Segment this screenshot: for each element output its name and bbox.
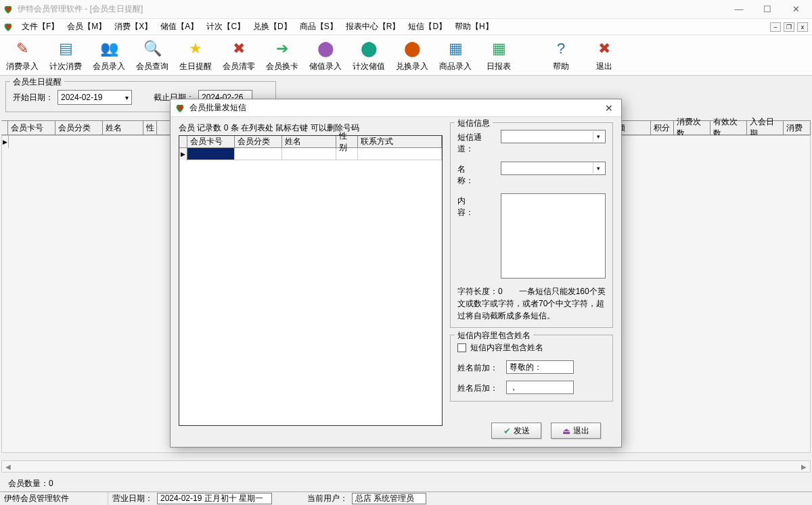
- toolbar-btn-13[interactable]: ✖退出: [586, 38, 623, 72]
- scroll-right-icon[interactable]: ▶: [798, 461, 810, 472]
- sms-name-label: 名 称：: [457, 162, 495, 187]
- name-prefix-label: 姓名前加：: [457, 360, 501, 374]
- toolbar-icon: ✖: [228, 38, 250, 59]
- window-title: 伊特会员管理软件 - [会员生日提醒]: [18, 3, 725, 15]
- bulk-sms-dialog: 会员批量发短信 ✕ 会员 记录数 0 条 在列表处 鼠标右键 可以删除号码 会员…: [170, 99, 622, 448]
- name-suffix-label: 姓名后加：: [457, 381, 501, 394]
- toolbar-icon: ✎: [12, 38, 33, 59]
- member-list-table[interactable]: 会员卡号 会员分类 姓名 性别 联系方式 ▶: [179, 135, 443, 426]
- toolbar-icon: ★: [185, 38, 206, 59]
- toolbar-icon: ▦: [445, 38, 466, 59]
- toolbar-icon: ⬤: [358, 38, 380, 59]
- titlebar: 伊特会员管理软件 - [会员生日提醒] — ☐ ✕: [0, 0, 812, 19]
- status-app-name: 伊特会员管理软件: [0, 492, 108, 505]
- filter-legend: 会员生日提醒: [10, 76, 64, 88]
- toolbar-icon: 🔍: [141, 38, 163, 59]
- toolbar-btn-1[interactable]: ▤计次消费: [47, 38, 84, 72]
- toolbar-icon: ⬤: [401, 38, 423, 59]
- sms-content-label: 内 容：: [457, 193, 495, 218]
- dialog-icon: [175, 103, 185, 114]
- menu-file[interactable]: 文件【F】: [18, 20, 63, 34]
- menubar: 文件【F】 会员【M】 消费【X】 储值【A】 计次【C】 兑换【D】 商品【S…: [0, 19, 812, 35]
- menu-exchange[interactable]: 兑换【D】: [249, 20, 296, 34]
- toolbar-btn-0[interactable]: ✎消费录入: [4, 38, 41, 72]
- toolbar-btn-2[interactable]: 👥会员录入: [91, 38, 127, 72]
- horizontal-scrollbar[interactable]: ◀ ▶: [1, 460, 811, 473]
- check-icon: ✔: [503, 426, 511, 436]
- include-name-checkbox[interactable]: [457, 343, 466, 352]
- send-button[interactable]: ✔发送: [491, 423, 541, 439]
- exit-button[interactable]: ⏏退出: [551, 423, 601, 439]
- menu-store[interactable]: 储值【A】: [156, 20, 202, 34]
- close-button[interactable]: ✕: [782, 2, 809, 17]
- toolbar-icon: ?: [550, 38, 572, 59]
- row-indicator-icon: ▶: [2, 136, 9, 148]
- toolbar-btn-11[interactable]: ▦日报表: [480, 38, 517, 72]
- menu-consume[interactable]: 消费【X】: [110, 20, 156, 34]
- chevron-down-icon: ▾: [125, 94, 129, 101]
- status-user-label: 当前用户：: [303, 492, 352, 505]
- menu-member[interactable]: 会员【M】: [63, 20, 110, 34]
- toolbar-btn-12[interactable]: ?帮助: [543, 38, 579, 72]
- sms-content-textarea[interactable]: [501, 193, 606, 279]
- sms-info-panel: 短信信息 短信通道： ▾ 名 称： ▾ 内 容： 字符长度：0 一条短信只能发1…: [450, 122, 613, 328]
- sms-channel-label: 短信通道：: [457, 130, 495, 155]
- name-prefix-input[interactable]: 尊敬的：: [506, 360, 574, 374]
- toolbar-btn-3[interactable]: 🔍会员查询: [134, 38, 171, 72]
- toolbar-btn-5[interactable]: ✖会员清零: [221, 38, 257, 72]
- scroll-left-icon[interactable]: ◀: [2, 461, 14, 472]
- status-bar: 伊特会员管理软件 营业日期： 2024-02-19 正月初十 星期一 当前用户：…: [0, 491, 812, 505]
- start-date-label: 开始日期：: [13, 92, 53, 103]
- menu-count[interactable]: 计次【C】: [202, 20, 249, 34]
- chevron-down-icon: ▾: [593, 163, 604, 174]
- toolbar-icon: ⬤: [315, 38, 336, 59]
- toolbar-btn-8[interactable]: ⬤计次储值: [351, 38, 387, 72]
- toolbar-btn-9[interactable]: ⬤兑换录入: [394, 38, 430, 72]
- mdi-close[interactable]: x: [797, 22, 808, 32]
- toolbar-icon: ▦: [488, 38, 510, 59]
- member-list-hint: 会员 记录数 0 条 在列表处 鼠标右键 可以删除号码: [179, 122, 443, 134]
- chevron-down-icon: ▾: [593, 131, 604, 142]
- member-count-bar: 会员数量：0: [3, 477, 809, 490]
- mdi-restore[interactable]: ❐: [784, 22, 794, 32]
- toolbar-btn-6[interactable]: ➔会员换卡: [264, 38, 300, 72]
- status-biz-date-label: 营业日期：: [108, 492, 157, 505]
- row-pointer-icon: ▶: [179, 148, 187, 160]
- include-name-label: 短信内容里包含姓名: [470, 342, 543, 354]
- table-row[interactable]: ▶: [179, 148, 442, 160]
- menu-product[interactable]: 商品【S】: [296, 20, 342, 34]
- sms-name-select[interactable]: ▾: [501, 162, 606, 175]
- toolbar-icon: ✖: [593, 38, 615, 59]
- minimize-button[interactable]: —: [725, 2, 752, 17]
- name-include-panel: 短信内容里包含姓名 短信内容里包含姓名 姓名前加： 尊敬的： 姓名后加： ，: [450, 335, 613, 402]
- status-biz-date-value: 2024-02-19 正月初十 星期一: [157, 493, 272, 504]
- toolbar-btn-10[interactable]: ▦商品录入: [437, 38, 474, 72]
- toolbar-icon: ▤: [55, 38, 76, 59]
- maximize-button[interactable]: ☐: [754, 2, 781, 17]
- door-icon: ⏏: [562, 426, 570, 436]
- mdi-minimize[interactable]: –: [770, 22, 781, 32]
- toolbar-icon: ➔: [271, 38, 293, 59]
- menu-report[interactable]: 报表中心【R】: [342, 20, 405, 34]
- sms-channel-select[interactable]: ▾: [501, 130, 606, 143]
- char-count-note: 字符长度：0 一条短信只能发160个英文或数字或字符，或者70个中文字符，超过将…: [457, 285, 606, 322]
- menu-app-icon: [3, 22, 14, 32]
- toolbar-btn-4[interactable]: ★生日提醒: [177, 38, 214, 72]
- status-user-value: 总店 系统管理员: [352, 493, 426, 504]
- app-icon: [3, 4, 14, 15]
- dialog-close-button[interactable]: ✕: [601, 101, 617, 115]
- menu-help[interactable]: 帮助【H】: [451, 20, 497, 34]
- toolbar: ✎消费录入▤计次消费👥会员录入🔍会员查询★生日提醒✖会员清零➔会员换卡⬤储值录入…: [0, 35, 812, 76]
- dialog-titlebar[interactable]: 会员批量发短信 ✕: [171, 99, 621, 117]
- start-date-input[interactable]: 2024-02-19 ▾: [58, 90, 132, 105]
- dialog-title: 会员批量发短信: [189, 102, 601, 114]
- toolbar-btn-7[interactable]: ⬤储值录入: [307, 38, 344, 72]
- toolbar-icon: 👥: [98, 38, 120, 59]
- menu-sms[interactable]: 短信【D】: [404, 20, 451, 34]
- name-suffix-input[interactable]: ，: [506, 381, 574, 394]
